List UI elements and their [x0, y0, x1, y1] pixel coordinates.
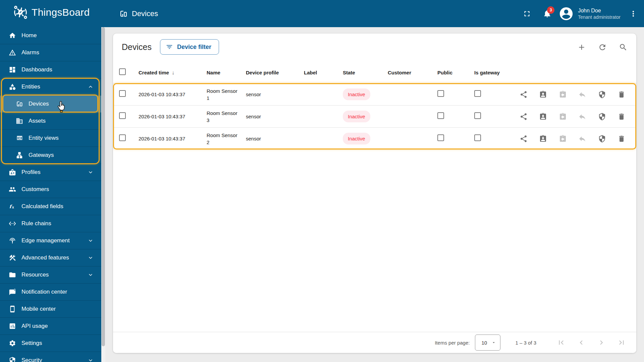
sidebar-item-settings[interactable]: Settings — [0, 335, 101, 352]
manage-credentials-button[interactable] — [595, 88, 609, 101]
row-checkbox[interactable] — [119, 112, 126, 119]
devices-card: Devices Device filter Created time↓Nam — [113, 34, 636, 353]
top-bar: ThingsBoard Devices 3 John Doe — [0, 0, 644, 27]
table-row-room-sensor-2[interactable]: 2026-01-03 10:43:37Room Sensor 2sensorIn… — [113, 127, 636, 149]
sidebar-item-label: API usage — [21, 323, 94, 329]
sidebar-item-resources[interactable]: Resources — [0, 266, 101, 284]
column-header-label[interactable]: Label — [302, 69, 341, 76]
resources-icon — [9, 271, 16, 279]
share-button[interactable] — [517, 88, 530, 101]
sidebar-item-dashboards[interactable]: Dashboards — [0, 61, 101, 78]
sidebar-item-advanced-features[interactable]: Advanced features — [0, 249, 101, 266]
column-header-device-profile[interactable]: Device profile — [244, 69, 302, 76]
notifications-button[interactable]: 3 — [539, 6, 555, 22]
cell-device-profile: sensor — [244, 113, 302, 120]
sidebar-item-notification-center[interactable]: Notification center — [0, 284, 101, 301]
sidebar-item-label: Rule chains — [21, 220, 94, 227]
sidebar-item-mobile-center[interactable]: Mobile center — [0, 301, 101, 318]
last-page-button — [615, 336, 628, 349]
sidebar-item-entities[interactable]: Entities — [0, 78, 101, 96]
filter-icon — [166, 43, 173, 51]
sidebar-item-label: Dashboards — [21, 66, 94, 73]
delete-button[interactable] — [615, 110, 628, 123]
home-icon — [9, 32, 16, 39]
public-checkbox[interactable] — [437, 112, 444, 119]
public-checkbox[interactable] — [437, 90, 444, 97]
gateways-icon — [16, 152, 23, 159]
fullscreen-button[interactable] — [519, 6, 535, 22]
items-per-page-select[interactable]: 10 — [475, 335, 500, 351]
sidebar-item-assets[interactable]: Assets — [0, 113, 101, 130]
sidebar-item-calculated-fields[interactable]: fxCalculated fields — [0, 198, 101, 215]
chevron-down-icon — [87, 272, 94, 278]
user-menu[interactable]: John Doe Tenant administrator — [558, 6, 621, 21]
is-gateway-checkbox[interactable] — [474, 134, 481, 141]
select-all-checkbox[interactable] — [119, 68, 126, 75]
page-range-label: 1 – 3 of 3 — [515, 340, 536, 346]
sidebar-item-security[interactable]: Security — [0, 352, 101, 362]
sidebar-item-rule-chains[interactable]: Rule chains — [0, 215, 101, 232]
column-header-public[interactable]: Public — [435, 69, 472, 76]
sidebar-item-customers[interactable]: Customers — [0, 181, 101, 198]
sidebar-item-label: Customers — [21, 186, 94, 193]
items-per-page-label: Items per page: — [435, 340, 470, 346]
brand-name: ThingsBoard — [32, 7, 90, 18]
column-header-created-time[interactable]: Created time↓ — [133, 69, 205, 76]
sidebar-item-alarms[interactable]: Alarms — [0, 44, 101, 61]
assign-to-customer-button[interactable] — [536, 110, 550, 123]
sidebar-item-label: Gateways — [29, 152, 94, 159]
cell-created-time: 2026-01-03 10:43:37 — [133, 135, 205, 142]
cell-created-time: 2026-01-03 10:43:37 — [133, 113, 205, 120]
column-header-is-gateway[interactable]: Is gateway — [472, 69, 517, 76]
row-checkbox[interactable] — [119, 90, 126, 97]
make-private-button — [576, 132, 589, 145]
column-header-customer[interactable]: Customer — [386, 69, 435, 76]
advanced-features-icon — [9, 254, 16, 261]
row-actions — [517, 132, 636, 145]
sidebar-item-entity-views[interactable]: Entity views — [0, 130, 101, 147]
column-header-state[interactable]: State — [341, 69, 386, 76]
public-checkbox[interactable] — [437, 134, 444, 141]
security-icon — [9, 357, 16, 362]
sidebar-scrollbar[interactable] — [101, 27, 105, 362]
edge-management-icon — [9, 237, 16, 244]
add-device-button[interactable] — [577, 43, 586, 52]
thingsboard-logo[interactable]: ThingsBoard — [13, 5, 90, 20]
sidebar-item-gateways[interactable]: Gateways — [0, 147, 101, 164]
delete-button[interactable] — [615, 88, 628, 101]
sidebar-item-profiles[interactable]: Profiles — [0, 164, 101, 181]
cell-name: Room Sensor 3 — [205, 110, 241, 124]
column-header-name[interactable]: Name — [205, 69, 244, 76]
manage-credentials-button[interactable] — [595, 132, 609, 145]
manage-credentials-button[interactable] — [595, 110, 609, 123]
assign-to-customer-button[interactable] — [536, 88, 550, 101]
assign-to-customer-button[interactable] — [536, 132, 550, 145]
mobile-center-icon — [9, 305, 16, 313]
search-button[interactable] — [619, 43, 628, 52]
entities-icon — [9, 83, 16, 90]
delete-button[interactable] — [615, 132, 628, 145]
sidebar-item-home[interactable]: Home — [0, 27, 101, 44]
main-content: Devices Device filter Created time↓Nam — [105, 27, 644, 362]
share-button[interactable] — [517, 110, 530, 123]
row-checkbox[interactable] — [119, 134, 126, 141]
devices-icon — [16, 100, 23, 108]
sidebar-scrollbar-thumb[interactable] — [102, 27, 105, 346]
more-menu-button[interactable] — [625, 6, 641, 22]
sidebar-item-devices[interactable]: Devices — [0, 96, 101, 113]
cell-device-profile: sensor — [244, 91, 302, 98]
table-row-room-sensor-1[interactable]: 2026-01-03 10:43:37Room Sensor 1sensorIn… — [113, 83, 636, 105]
sidebar-item-edge-management[interactable]: Edge management — [0, 232, 101, 249]
is-gateway-checkbox[interactable] — [474, 112, 481, 119]
device-filter-button[interactable]: Device filter — [160, 39, 219, 55]
share-button[interactable] — [517, 132, 530, 145]
sidebar-item-api-usage[interactable]: API usage — [0, 318, 101, 335]
table-row-room-sensor-3[interactable]: 2026-01-03 10:43:37Room Sensor 3sensorIn… — [113, 105, 636, 127]
row-actions — [517, 110, 636, 123]
sidebar-item-label: Mobile center — [21, 306, 94, 312]
unassign-from-customer-button — [556, 88, 570, 101]
sidebar-item-label: Assets — [29, 118, 94, 124]
state-badge: Inactive — [343, 133, 370, 144]
refresh-button[interactable] — [598, 43, 607, 52]
is-gateway-checkbox[interactable] — [474, 90, 481, 97]
